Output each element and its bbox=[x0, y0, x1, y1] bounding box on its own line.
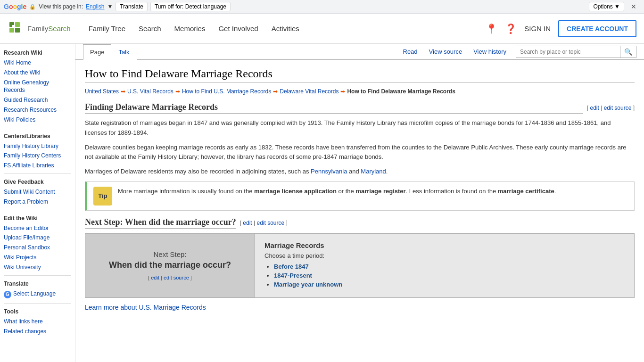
help-icon[interactable]: ❓ bbox=[505, 23, 517, 34]
para3-suffix: . bbox=[386, 168, 388, 175]
next-step-label: Next Step: bbox=[153, 250, 186, 258]
section2-heading: Next Step: When did the marriage occur? bbox=[85, 217, 236, 229]
sidebar-divider-3 bbox=[4, 210, 71, 210]
options-button[interactable]: Options ▼ bbox=[589, 2, 624, 11]
article-title: How to Find Delaware Marriage Records bbox=[85, 67, 635, 82]
sidebar-item-fs-affiliate[interactable]: FS Affiliate Libraries bbox=[4, 162, 71, 170]
select-language-area: G Select Language bbox=[4, 290, 71, 300]
tip-text: More marriage information is usually fou… bbox=[118, 187, 556, 197]
nav-family-tree[interactable]: Family Tree bbox=[82, 14, 132, 44]
para3-pennsylvania-link[interactable]: Pennsylvania bbox=[311, 168, 347, 175]
sidebar-divider-4 bbox=[4, 275, 71, 276]
svg-rect-1 bbox=[15, 22, 20, 27]
before-1847-link[interactable]: Before 1847 bbox=[274, 263, 309, 270]
language-link[interactable]: English bbox=[86, 3, 104, 10]
search-input[interactable] bbox=[516, 47, 620, 57]
research-wiki-title: Research Wiki bbox=[4, 49, 71, 56]
nav-get-involved[interactable]: Get Involved bbox=[212, 14, 264, 44]
section2-edit-source-link[interactable]: edit source bbox=[256, 220, 284, 226]
sidebar-item-research-resources[interactable]: Research Resources bbox=[4, 106, 71, 114]
nav-search[interactable]: Search bbox=[132, 14, 168, 44]
translate-bar: Google 🔒 View this page in: English▼ Tra… bbox=[0, 0, 644, 14]
tab-talk[interactable]: Talk bbox=[111, 44, 136, 60]
section1-heading: Finding Delaware Marriage Records bbox=[85, 102, 583, 114]
header-right: 📍 ❓ SIGN IN CREATE ACCOUNT bbox=[486, 20, 636, 37]
sidebar-item-guided-research[interactable]: Guided Research bbox=[4, 96, 71, 104]
next-step-edit-source-link[interactable]: edit source bbox=[164, 275, 189, 280]
create-account-button[interactable]: CREATE ACCOUNT bbox=[558, 20, 636, 37]
sidebar-item-report-problem[interactable]: Report a Problem bbox=[4, 198, 71, 206]
view-page-label: View this page in: bbox=[39, 3, 83, 10]
search-button[interactable]: 🔍 bbox=[620, 46, 636, 58]
section2-edit-link[interactable]: edit bbox=[243, 220, 252, 226]
marriage-records-heading: Marriage Records bbox=[264, 241, 625, 249]
tools-title: Tools bbox=[4, 308, 71, 315]
next-step-left: Next Step: When did the marriage occur? … bbox=[85, 234, 255, 297]
sidebar-item-wiki-projects[interactable]: Wiki Projects bbox=[4, 254, 71, 262]
breadcrumb-delaware-vital[interactable]: Delaware Vital Records bbox=[280, 88, 339, 95]
page-layout: Research Wiki Wiki Home About the Wiki O… bbox=[0, 44, 644, 362]
tab-read[interactable]: Read bbox=[397, 44, 423, 59]
next-step-table: Next Step: When did the marriage occur? … bbox=[85, 233, 635, 298]
breadcrumb-marriage-records[interactable]: How to Find U.S. Marriage Records bbox=[182, 88, 271, 95]
section1-para3: Marriages of Delaware residents may also… bbox=[85, 167, 635, 177]
section2-header: Next Step: When did the marriage occur? … bbox=[85, 217, 635, 229]
google-logo: Google bbox=[4, 3, 26, 10]
tab-page[interactable]: Page bbox=[83, 44, 111, 60]
sidebar-item-genealogy-records[interactable]: Online Genealogy Records bbox=[4, 79, 71, 95]
next-step-edit-link[interactable]: edit bbox=[151, 275, 159, 280]
sidebar-item-related-changes[interactable]: Related changes bbox=[4, 328, 71, 336]
list-item-year-unknown: Marriage year unknown bbox=[274, 281, 625, 288]
breadcrumb: United States ➡ U.S. Vital Records ➡ How… bbox=[85, 88, 635, 95]
sidebar-item-submit-wiki[interactable]: Submit Wiki Content bbox=[4, 188, 71, 196]
next-step-question: When did the marriage occur? bbox=[109, 260, 231, 270]
select-language-link[interactable]: Select Language bbox=[13, 290, 56, 298]
sidebar-item-family-history-centers[interactable]: Family History Centers bbox=[4, 152, 71, 160]
tab-view-source[interactable]: View source bbox=[423, 44, 468, 59]
breadcrumb-vital[interactable]: U.S. Vital Records bbox=[127, 88, 173, 95]
sidebar-item-wiki-university[interactable]: Wiki University bbox=[4, 263, 71, 272]
sidebar-divider-5 bbox=[4, 303, 71, 304]
breadcrumb-us[interactable]: United States bbox=[85, 88, 119, 95]
section1-edit-link[interactable]: edit bbox=[590, 105, 599, 111]
sidebar-item-about-wiki[interactable]: About the Wiki bbox=[4, 69, 71, 77]
1847-present-link[interactable]: 1847-Present bbox=[274, 272, 312, 279]
search-box-area: 🔍 bbox=[516, 46, 636, 58]
tabs-left: Page Talk bbox=[83, 44, 137, 59]
svg-rect-3 bbox=[15, 28, 20, 33]
give-feedback-title: Give Feedback bbox=[4, 179, 71, 185]
tab-view-history[interactable]: View history bbox=[468, 44, 512, 59]
location-icon[interactable]: 📍 bbox=[486, 23, 497, 34]
logo-text: FamilySearch bbox=[27, 25, 71, 33]
nav-activities[interactable]: Activities bbox=[265, 14, 306, 44]
year-unknown-link[interactable]: Marriage year unknown bbox=[274, 281, 342, 288]
translate-button[interactable]: Translate bbox=[116, 2, 148, 11]
section2-edit-links: [ edit | edit source ] bbox=[240, 220, 288, 226]
section1-para2: Delaware counties began keeping marriage… bbox=[85, 143, 635, 163]
breadcrumb-arrow-4: ➡ bbox=[340, 88, 345, 95]
sidebar-item-personal-sandbox[interactable]: Personal Sandbox bbox=[4, 244, 71, 252]
edit-wiki-title: Edit the Wiki bbox=[4, 215, 71, 222]
section1-header: Finding Delaware Marriage Records [ edit… bbox=[85, 102, 635, 114]
breadcrumb-arrow-3: ➡ bbox=[273, 88, 278, 95]
nav-memories[interactable]: Memories bbox=[168, 14, 212, 44]
next-step-edit-source: [ edit | edit source ] bbox=[148, 275, 192, 280]
sidebar-item-wiki-policies[interactable]: Wiki Policies bbox=[4, 116, 71, 124]
sidebar-item-wiki-home[interactable]: Wiki Home bbox=[4, 59, 71, 67]
turn-off-button[interactable]: Turn off for: Detect language bbox=[150, 2, 231, 11]
sidebar-item-upload-file[interactable]: Upload File/Image bbox=[4, 234, 71, 242]
logo-link[interactable]: FamilySearch bbox=[8, 20, 71, 37]
sidebar-item-become-editor[interactable]: Become an Editor bbox=[4, 224, 71, 232]
tip-mid2: . Less information is found on the bbox=[406, 188, 498, 195]
main-content: Page Talk Read View source View history … bbox=[75, 44, 644, 362]
sidebar-item-family-history-library[interactable]: Family History Library bbox=[4, 142, 71, 150]
section1-edit-source-link[interactable]: edit source bbox=[604, 105, 632, 111]
sidebar-item-what-links[interactable]: What links here bbox=[4, 318, 71, 326]
svg-rect-2 bbox=[9, 28, 14, 33]
list-item-1847-present: 1847-Present bbox=[274, 272, 625, 279]
para3-maryland-link[interactable]: Maryland bbox=[361, 168, 386, 175]
close-translate-button[interactable]: ✕ bbox=[627, 2, 640, 11]
sign-in-button[interactable]: SIGN IN bbox=[524, 25, 551, 33]
learn-more-link[interactable]: Learn more about U.S. Marriage Records bbox=[85, 304, 635, 311]
section1-para1: State registration of marriages began in… bbox=[85, 118, 635, 138]
